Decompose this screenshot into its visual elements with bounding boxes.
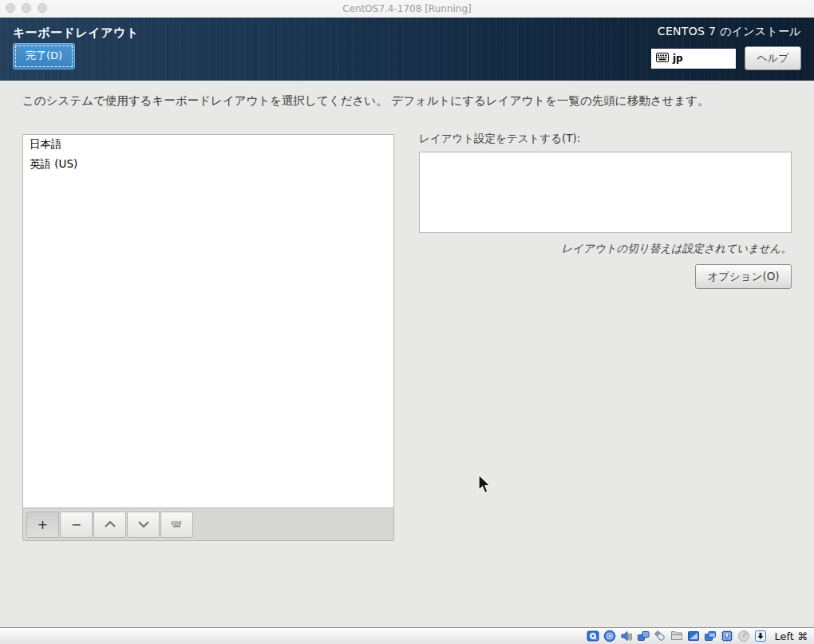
minimize-button[interactable] [22, 3, 31, 13]
network-icon[interactable] [636, 630, 650, 642]
move-down-button[interactable] [127, 512, 160, 538]
layout-test-panel: レイアウト設定をテストする(T): レイアウトの切り替えは設定されていません。 … [419, 130, 792, 289]
layout-list[interactable]: 日本語 英語 (US) [22, 134, 394, 508]
installer-header: キーボードレイアウト 完了(D) CENTOS 7 のインストール jp ヘルプ [0, 18, 814, 81]
vm-statusbar: Left ⌘ [0, 627, 814, 644]
move-up-button[interactable] [93, 512, 126, 538]
zoom-button[interactable] [38, 3, 47, 13]
keyboard-layout-indicator[interactable]: jp [651, 49, 736, 69]
layout-list-toolbar: + − [22, 508, 394, 541]
chevron-down-icon [138, 521, 149, 527]
window-title: CentOS7.4-1708 [Running] [342, 3, 471, 14]
traffic-lights [6, 3, 47, 13]
preview-keyboard-button[interactable] [160, 512, 193, 538]
page-title: キーボードレイアウト [13, 26, 139, 41]
shared-folder-icon[interactable] [670, 630, 683, 642]
help-button[interactable]: ヘルプ [745, 46, 801, 70]
done-button[interactable]: 完了(D) [13, 43, 75, 69]
layout-list-item-japanese[interactable]: 日本語 [23, 135, 393, 155]
seamless-windows-icon[interactable] [703, 630, 717, 642]
keyboard-icon [656, 53, 669, 65]
test-area-label: レイアウト設定をテストする(T): [419, 132, 580, 144]
install-title: CENTOS 7 のインストール [651, 25, 801, 39]
audio-icon[interactable] [619, 630, 633, 642]
hard-disk-icon[interactable] [586, 630, 599, 642]
layout-list-item-english-us[interactable]: 英語 (US) [23, 155, 393, 175]
options-button[interactable]: オプション(O) [695, 264, 792, 289]
keyboard-layout-screen: このシステムで使用するキーボードレイアウトを選択してください。 デフォルトにする… [0, 81, 814, 627]
display-icon[interactable] [686, 630, 700, 642]
keyboard-icon [170, 520, 184, 529]
chevron-up-icon [105, 521, 116, 527]
keyboard-layout-code: jp [673, 53, 683, 64]
instruction-text: このシステムで使用するキーボードレイアウトを選択してください。 デフォルトにする… [22, 93, 801, 109]
remove-layout-button[interactable]: − [60, 512, 93, 538]
host-key-label: Left ⌘ [774, 630, 808, 642]
layout-list-panel: 日本語 英語 (US) + − [22, 134, 394, 541]
close-button[interactable] [6, 3, 15, 13]
add-layout-button[interactable]: + [26, 512, 59, 538]
layout-test-textarea[interactable] [419, 152, 792, 233]
keyboard-capture-icon[interactable] [753, 630, 767, 642]
layout-switch-note: レイアウトの切り替えは設定されていません。 [419, 242, 792, 256]
cpu-virtualization-icon[interactable] [720, 630, 733, 642]
optical-disc-icon[interactable] [603, 630, 616, 642]
usb-icon[interactable] [653, 630, 666, 642]
window-titlebar: CentOS7.4-1708 [Running] [0, 0, 814, 18]
mouse-integration-icon[interactable] [737, 630, 750, 642]
